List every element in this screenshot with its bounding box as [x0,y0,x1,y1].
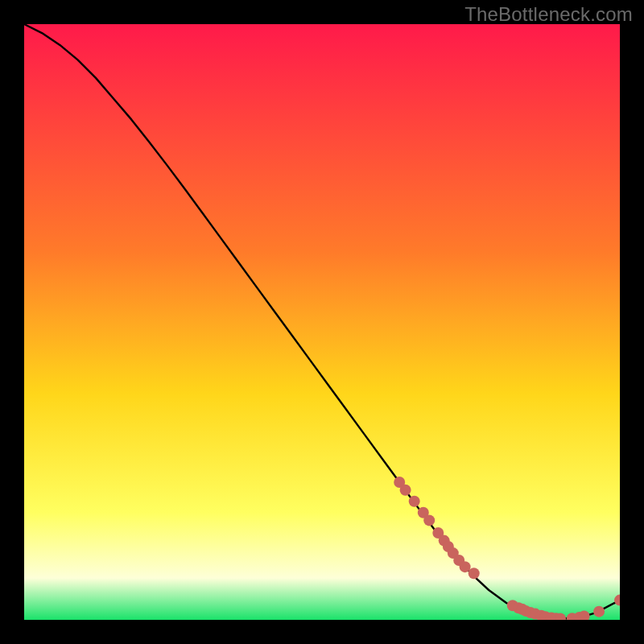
marker-point [593,606,605,617]
gradient-background [24,24,620,620]
marker-point [423,514,435,526]
chart-stage: TheBottleneck.com [0,0,644,644]
plot-area [24,24,620,620]
chart-svg [24,24,620,620]
marker-point [400,485,411,496]
marker-point [469,568,480,579]
watermark-text: TheBottleneck.com [464,3,633,26]
marker-point [409,496,420,507]
